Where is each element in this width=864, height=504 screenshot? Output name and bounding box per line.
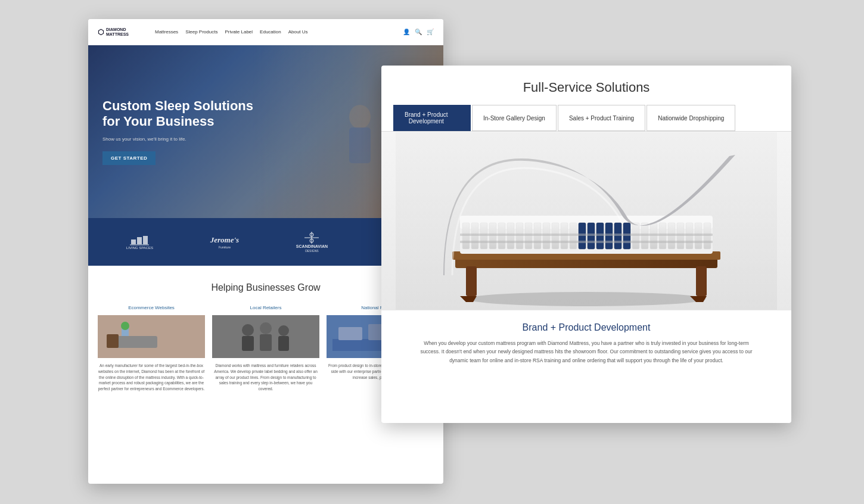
- tab-dropshipping-label: Nationwide Dropshipping: [658, 115, 724, 122]
- svg-point-23: [260, 322, 272, 334]
- nav-private-label[interactable]: Private Label: [225, 29, 253, 35]
- logo-icon: ⬡: [98, 28, 104, 36]
- svg-rect-29: [338, 327, 362, 340]
- product-desc-title: Brand + Product Development: [398, 322, 775, 333]
- product-desc-text: When you develop your custom mattress pr…: [419, 339, 753, 365]
- svg-point-21: [242, 324, 254, 336]
- svg-rect-71: [460, 241, 713, 243]
- nav-icons: 👤 🔍 🛒: [403, 29, 434, 35]
- search-icon[interactable]: 🔍: [415, 29, 422, 35]
- svg-rect-37: [696, 266, 707, 296]
- mattress-image-area: [381, 132, 791, 310]
- svg-point-33: [467, 292, 706, 306]
- svg-rect-17: [107, 334, 119, 348]
- cart-icon[interactable]: 🛒: [427, 29, 434, 35]
- retailers-image: [212, 315, 319, 358]
- hero-title: Custom Sleep Solutions for Your Business: [102, 98, 269, 130]
- solutions-title: Full-Service Solutions: [393, 80, 779, 95]
- svg-rect-35: [466, 266, 477, 296]
- svg-point-25: [278, 325, 289, 336]
- scandinavian-icon: [304, 232, 319, 244]
- living-spaces-icon: [130, 235, 149, 245]
- hero-content: Custom Sleep Solutions for Your Business…: [102, 98, 429, 166]
- svg-point-19: [121, 322, 129, 330]
- svg-rect-70: [460, 234, 713, 236]
- logo-text: DIAMONDMATTRESS: [106, 27, 129, 36]
- business-card-ecommerce: Ecommerce Websites An early manufacturer…: [98, 305, 205, 392]
- hero-subtitle: Show us your vision, we'll bring it to l…: [102, 136, 429, 142]
- nav-about[interactable]: About Us: [288, 29, 308, 35]
- svg-rect-7: [131, 239, 136, 244]
- nav-sleep-products[interactable]: Sleep Products: [185, 29, 217, 35]
- hero-cta-button[interactable]: GET STARTED: [102, 151, 156, 165]
- tab-dropshipping[interactable]: Nationwide Dropshipping: [647, 105, 735, 131]
- svg-rect-24: [260, 334, 272, 351]
- business-card-retailers: Local Retailers Diamond works with mattr…: [212, 305, 319, 392]
- svg-rect-8: [137, 237, 142, 244]
- logo: ⬡ DIAMONDMATTRESS: [98, 27, 145, 36]
- mattress-illustration: [396, 132, 777, 310]
- nav-mattresses[interactable]: Mattresses: [155, 29, 178, 35]
- user-icon[interactable]: 👤: [403, 29, 410, 35]
- ecommerce-title: Ecommerce Websites: [98, 305, 205, 310]
- tab-sales-label: Sales + Product Training: [569, 115, 634, 122]
- solutions-tabs: Brand + ProductDevelopment In-Store Gall…: [381, 105, 791, 132]
- nav-education[interactable]: Education: [260, 29, 281, 35]
- ecommerce-text: An early manufacturer for some of the la…: [98, 363, 205, 392]
- retailers-text: Diamond works with mattress and furnitur…: [212, 363, 319, 392]
- nav-bar: ⬡ DIAMONDMATTRESS Mattresses Sleep Produ…: [88, 19, 443, 45]
- right-card: Full-Service Solutions Brand + ProductDe…: [381, 66, 791, 423]
- svg-rect-26: [278, 336, 289, 351]
- tab-gallery-label: In-Store Gallery Design: [483, 115, 545, 122]
- tab-sales-training[interactable]: Sales + Product Training: [558, 105, 645, 131]
- ecommerce-image: [98, 315, 205, 358]
- svg-rect-9: [143, 236, 148, 244]
- svg-rect-10: [130, 244, 149, 245]
- solutions-header: Full-Service Solutions: [381, 66, 791, 105]
- tab-gallery-design[interactable]: In-Store Gallery Design: [472, 105, 557, 131]
- svg-rect-22: [242, 336, 254, 351]
- partner-living-spaces: LIVING SPACES: [126, 235, 153, 250]
- partner-scandinavian: SCANDINAVIAN DESIGNS: [296, 232, 328, 253]
- partner-jeromes: Jerome's Furniture: [210, 235, 239, 249]
- nav-links: Mattresses Sleep Products Private Label …: [155, 29, 393, 35]
- retailers-title: Local Retailers: [212, 305, 319, 310]
- product-description: Brand + Product Development When you dev…: [381, 310, 791, 377]
